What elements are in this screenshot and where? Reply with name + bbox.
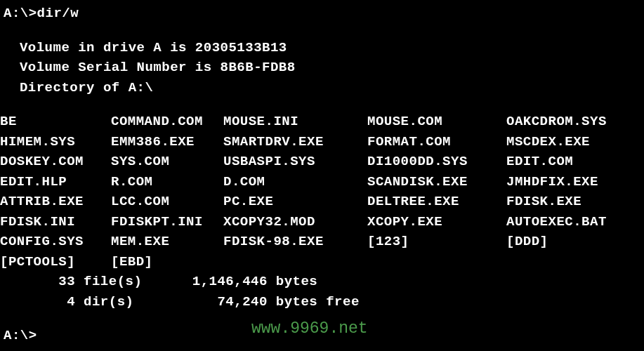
file-entry: EDIT.HLP [0,172,111,192]
command-prompt-line: A:\>dir/w [0,4,644,24]
file-entry: HIMEM.SYS [0,132,111,152]
file-entry: DELTREE.EXE [367,192,506,212]
file-entry: BE [0,112,111,132]
file-entry: FDISK.EXE [506,192,644,212]
dir-count-summary: 4 dir(s) 74,240 bytes free [0,292,644,312]
file-entry: USBASPI.SYS [223,152,367,172]
dir-entry: [PCTOOLS] [0,252,111,272]
file-entry: SMARTDRV.EXE [223,132,367,152]
file-entry: JMHDFIX.EXE [506,172,644,192]
file-entry: XCOPY.EXE [367,212,506,232]
file-entry [506,252,644,272]
file-entry: ATTRIB.EXE [0,192,111,212]
directory-path: Directory of A:\ [11,78,644,98]
file-entry: MOUSE.COM [367,112,506,132]
file-entry: AUTOEXEC.BAT [506,212,644,232]
prompt-command: A:\>dir/w [4,6,79,21]
file-entry: DOSKEY.COM [0,152,111,172]
volume-header: Volume in drive A is 20305133B13 Volume … [0,38,644,98]
dir-entry: [123] [367,232,506,252]
file-entry: CONFIG.SYS [0,232,111,252]
file-entry: EMM386.EXE [111,132,223,152]
file-entry: SCANDISK.EXE [367,172,506,192]
file-entry: MSCDEX.EXE [506,132,644,152]
file-entry: PC.EXE [223,192,367,212]
dir-entry: [EBD] [111,252,223,272]
volume-info: Volume in drive A is 20305133B13 [11,38,644,58]
file-entry: FDISK-98.EXE [223,232,367,252]
dir-entry: [DDD] [506,232,644,252]
file-entry: R.COM [111,172,223,192]
file-count-summary: 33 file(s) 1,146,446 bytes [0,272,644,292]
file-entry [367,252,506,272]
file-entry: LCC.COM [111,192,223,212]
file-listing: BE COMMAND.COM MOUSE.INI MOUSE.COM OAKCD… [0,112,644,272]
file-entry [223,252,367,272]
file-entry: FORMAT.COM [367,132,506,152]
file-entry: OAKCDROM.SYS [506,112,644,132]
file-entry: XCOPY32.MOD [223,212,367,232]
summary: 33 file(s) 1,146,446 bytes 4 dir(s) 74,2… [0,272,644,312]
file-entry: MOUSE.INI [223,112,367,132]
file-entry: D.COM [223,172,367,192]
file-entry: EDIT.COM [506,152,644,172]
file-entry: FDISKPT.INI [111,212,223,232]
prompt-text: A:\> [4,328,37,343]
file-entry: MEM.EXE [111,232,223,252]
serial-number: Volume Serial Number is 8B6B-FDB8 [11,58,644,78]
file-entry: COMMAND.COM [111,112,223,132]
watermark: www.9969.net [251,317,368,341]
file-entry: DI1000DD.SYS [367,152,506,172]
file-entry: SYS.COM [111,152,223,172]
file-entry: FDISK.INI [0,212,111,232]
